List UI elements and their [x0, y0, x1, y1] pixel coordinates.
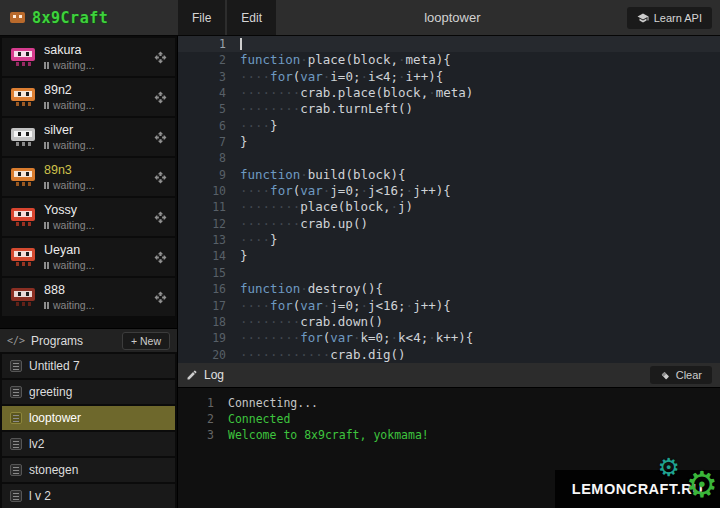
code-line[interactable]: 17····for(var·j=0;·j<16;·j++){: [178, 298, 720, 314]
code-line[interactable]: 6····}: [178, 118, 720, 134]
player-row-89n3[interactable]: 89n3waiting...: [2, 158, 175, 196]
move-arrows-icon: [154, 251, 167, 264]
player-name: 89n3: [44, 163, 146, 177]
player-list: sakurawaiting...89n2waiting...silverwait…: [0, 36, 177, 328]
move-handle[interactable]: [154, 291, 167, 304]
player-status-text: waiting...: [53, 59, 94, 71]
code-line[interactable]: 2function·place(block,·meta){: [178, 52, 720, 68]
avatar-face: [14, 51, 32, 57]
move-handle[interactable]: [154, 131, 167, 144]
code-line[interactable]: 15: [178, 265, 720, 281]
code-line[interactable]: 10····for(var·j=0;·j<16;·j++){: [178, 183, 720, 199]
avatar-legs: [16, 182, 31, 186]
player-status: waiting...: [44, 179, 146, 191]
move-handle[interactable]: [154, 251, 167, 264]
code-line[interactable]: 3····for(var·i=0;·i<4;·i++){: [178, 69, 720, 85]
line-number: 9: [178, 167, 234, 183]
player-avatar: [10, 128, 36, 146]
player-row-888[interactable]: 888waiting...: [2, 278, 175, 316]
code-text: ····for(var·j=0;·j<16;·j++){: [234, 183, 451, 199]
code-line[interactable]: 14}: [178, 248, 720, 264]
code-line[interactable]: 8: [178, 150, 720, 166]
line-number: 5: [178, 101, 234, 117]
avatar-body: [11, 48, 35, 61]
code-line[interactable]: 19········for(var·k=0;·k<4;·k++){: [178, 330, 720, 346]
program-item-l-v-2[interactable]: l v 2: [2, 484, 175, 508]
pause-icon: [44, 62, 49, 69]
script-icon: [10, 386, 22, 398]
player-status-text: waiting...: [53, 139, 94, 151]
code-line[interactable]: 11········place(block,·j): [178, 199, 720, 215]
code-line[interactable]: 20············crab.dig(): [178, 347, 720, 363]
player-row-Ueyan[interactable]: Ueyanwaiting...: [2, 238, 175, 276]
code-text: [234, 265, 240, 281]
move-arrows-icon: [154, 171, 167, 184]
player-info: 888waiting...: [44, 283, 146, 311]
line-number: 16: [178, 281, 234, 297]
program-item-greeting[interactable]: greeting: [2, 380, 175, 404]
player-avatar: [10, 88, 36, 106]
player-status: waiting...: [44, 299, 146, 311]
move-handle[interactable]: [154, 171, 167, 184]
line-number: 4: [178, 85, 234, 101]
clear-log-button[interactable]: Clear: [650, 366, 712, 384]
move-handle[interactable]: [154, 91, 167, 104]
code-line[interactable]: 1: [178, 36, 720, 52]
player-row-sakura[interactable]: sakurawaiting...: [2, 38, 175, 76]
log-line-number: 3: [178, 427, 228, 443]
program-item-looptower[interactable]: looptower: [2, 406, 175, 430]
player-avatar: [10, 168, 36, 186]
eraser-icon: [660, 370, 671, 381]
line-number: 8: [178, 150, 234, 166]
code-line[interactable]: 5········crab.turnLeft(): [178, 101, 720, 117]
log-title: Log: [204, 368, 644, 382]
player-name: sakura: [44, 43, 146, 57]
move-handle[interactable]: [154, 51, 167, 64]
player-name: Yossy: [44, 203, 146, 217]
player-row-silver[interactable]: silverwaiting...: [2, 118, 175, 156]
learn-api-button[interactable]: Learn API: [627, 7, 712, 29]
code-text: ····}: [234, 118, 278, 134]
player-row-89n2[interactable]: 89n2waiting...: [2, 78, 175, 116]
player-status-text: waiting...: [53, 179, 94, 191]
code-line[interactable]: 16function·destroy(){: [178, 281, 720, 297]
menu-file[interactable]: File: [178, 0, 227, 35]
code-line[interactable]: 4········crab.place(block,·meta): [178, 85, 720, 101]
program-item-lv2[interactable]: lv2: [2, 432, 175, 456]
code-icon: </>: [7, 335, 25, 346]
player-status: waiting...: [44, 219, 146, 231]
code-text: [234, 150, 240, 166]
program-item-untitled-7[interactable]: Untitled 7: [2, 354, 175, 378]
code-line[interactable]: 12········crab.up(): [178, 216, 720, 232]
code-text: function·destroy(){: [234, 281, 383, 297]
player-avatar: [10, 48, 36, 66]
line-number: 10: [178, 183, 234, 199]
line-number: 6: [178, 118, 234, 134]
code-line[interactable]: 13····}: [178, 232, 720, 248]
avatar-body: [11, 168, 35, 181]
player-status-text: waiting...: [53, 259, 94, 271]
log-entry: 3Welcome to 8x9craft, yokmama!: [178, 427, 720, 443]
script-icon: [10, 438, 22, 450]
avatar-body: [11, 88, 35, 101]
code-text: ········place(block,·j): [234, 199, 413, 215]
player-status: waiting...: [44, 59, 146, 71]
player-row-Yossy[interactable]: Yossywaiting...: [2, 198, 175, 236]
line-number: 17: [178, 298, 234, 314]
avatar-body: [11, 288, 35, 301]
new-program-button[interactable]: + New: [122, 332, 170, 350]
code-line[interactable]: 18········crab.down(): [178, 314, 720, 330]
gear-icon: ⚙: [658, 455, 680, 480]
log-text: Welcome to 8x9craft, yokmama!: [228, 427, 429, 443]
code-line[interactable]: 9function·build(block){: [178, 167, 720, 183]
player-status: waiting...: [44, 259, 146, 271]
menu-edit[interactable]: Edit: [227, 0, 278, 35]
code-text: ········crab.turnLeft(): [234, 101, 413, 117]
player-info: Yossywaiting...: [44, 203, 146, 231]
program-item-stonegen[interactable]: stonegen: [2, 458, 175, 482]
move-handle[interactable]: [154, 211, 167, 224]
code-line[interactable]: 7}: [178, 134, 720, 150]
avatar-eye: [18, 252, 21, 256]
log-text: Connecting...: [228, 395, 318, 411]
code-editor[interactable]: 12function·place(block,·meta){3····for(v…: [178, 36, 720, 363]
